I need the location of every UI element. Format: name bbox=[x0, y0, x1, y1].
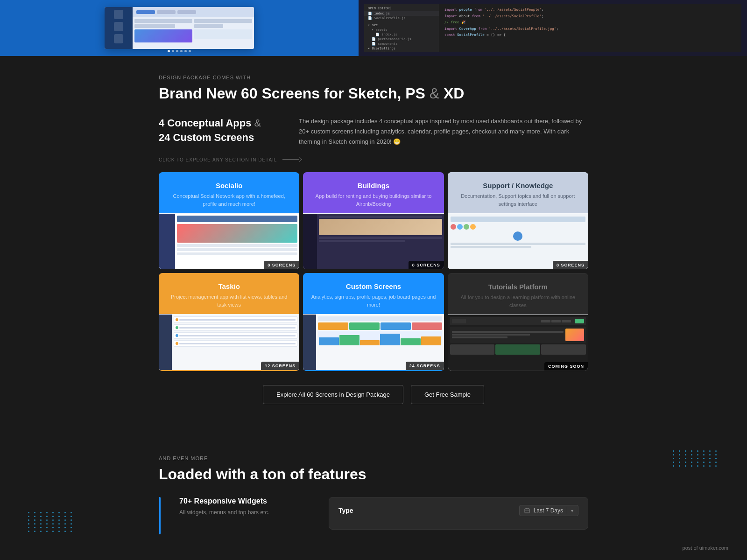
taskio-line-4 bbox=[179, 343, 296, 344]
calendar-icon bbox=[524, 508, 530, 513]
card-desc-support: Documentation, Support topics and full o… bbox=[455, 192, 581, 208]
vscode-mock: OPEN EDITORS 📄 index.js 📄 SocialProfile.… bbox=[364, 4, 741, 52]
decorative-dots-left bbox=[28, 512, 74, 532]
title-text-2: XD bbox=[444, 85, 464, 102]
cards-grid: Socialio Conceptual Social Network app w… bbox=[159, 172, 588, 371]
vscode-editor: import people from '../../assets/SocialP… bbox=[439, 4, 741, 52]
code-screenshot-right: OPEN EDITORS 📄 index.js 📄 SocialProfile.… bbox=[359, 0, 747, 56]
mockup-row-2 bbox=[134, 24, 175, 28]
card-desc-socialio: Conceptual Social Network app with a hom… bbox=[166, 192, 292, 208]
taskio-line-1 bbox=[179, 319, 296, 321]
color-box-blue bbox=[381, 322, 411, 330]
card-tutorials[interactable]: Tutorials Platform All for you to design… bbox=[448, 273, 588, 371]
buildings-sidebar bbox=[303, 214, 317, 269]
taskio-row-3 bbox=[174, 332, 297, 339]
card-support[interactable]: Support / Knowledge Documentation, Suppo… bbox=[448, 172, 588, 269]
card-screenshot-tutorials: COMING SOON bbox=[448, 315, 588, 371]
card-desc-buildings: App build for renting and buying buildin… bbox=[310, 192, 436, 208]
tutorials-hero-img bbox=[565, 329, 584, 341]
card-badge-socialio: 8 SCREENS bbox=[264, 261, 299, 269]
tutorials-header bbox=[450, 317, 586, 325]
mockup-row-1 bbox=[134, 19, 192, 23]
chart-bar-3 bbox=[360, 340, 380, 345]
card-badge-custom: 24 SCREENS bbox=[406, 362, 444, 370]
vscode-file: OPEN EDITORS bbox=[364, 6, 439, 11]
taskio-dot-3 bbox=[176, 334, 178, 337]
hero-line-2 bbox=[452, 334, 530, 336]
card-badge-taskio: 12 SCREENS bbox=[261, 362, 299, 370]
tutorials-hero-text bbox=[452, 331, 564, 339]
dropdown-label: Last 7 Days bbox=[534, 507, 563, 514]
widget-card: Type Last 7 Days ▾ bbox=[329, 497, 588, 530]
avatar-2 bbox=[457, 224, 463, 230]
card-top-tutorials: Tutorials Platform All for you to design… bbox=[448, 273, 588, 315]
apps-count-col: 4 Conceptual Apps & 24 Custom Screens bbox=[159, 116, 280, 147]
widget-header: Type Last 7 Days ▾ bbox=[338, 505, 578, 516]
card-custom[interactable]: Custom Screens Analytics, sign ups, prof… bbox=[303, 273, 444, 371]
action-buttons-row: Explore All 60 Screens in Design Package… bbox=[159, 385, 588, 404]
card-buildings[interactable]: Buildings App build for renting and buyi… bbox=[303, 172, 444, 269]
support-circle-icon bbox=[513, 231, 522, 241]
taskio-dot-1 bbox=[176, 318, 178, 321]
card-screenshot-taskio: 12 SCREENS bbox=[159, 314, 299, 370]
support-row-1 bbox=[451, 243, 585, 245]
mockup-tab-3 bbox=[177, 10, 196, 14]
avatar-3 bbox=[464, 224, 469, 230]
mockup-icon-3 bbox=[114, 34, 123, 43]
feature-widget-area: Type Last 7 Days ▾ bbox=[329, 497, 588, 530]
card-socialio[interactable]: Socialio Conceptual Social Network app w… bbox=[159, 172, 299, 269]
card-top-custom: Custom Screens Analytics, sign ups, prof… bbox=[303, 273, 444, 314]
mockup-icon-1 bbox=[114, 10, 123, 19]
avatar-1 bbox=[451, 224, 456, 230]
socialio-row-2 bbox=[177, 248, 297, 251]
title-ampersand: & bbox=[430, 85, 439, 102]
card-top-taskio: Taskio Project management app with list … bbox=[159, 273, 299, 314]
blue-accent-bar bbox=[159, 497, 161, 534]
card-title-tutorials: Tutorials Platform bbox=[456, 283, 580, 291]
buildings-card bbox=[319, 219, 442, 235]
feature-item-widgets: 70+ Responsive Widgets All widgets, menu… bbox=[179, 497, 310, 517]
tutorials-cards bbox=[450, 344, 586, 355]
free-sample-button[interactable]: Get Free Sample bbox=[411, 385, 484, 404]
design-package-section: DESIGN PACKAGE COMES WITH Brand New 60 S… bbox=[159, 56, 588, 446]
card-top-support: Support / Knowledge Documentation, Suppo… bbox=[448, 172, 588, 213]
card-desc-tutorials: All for you to design a learning platfor… bbox=[456, 294, 580, 309]
tutorials-nav-3 bbox=[562, 320, 571, 322]
page-content: DESIGN PACKAGE COMES WITH Brand New 60 S… bbox=[0, 56, 747, 548]
feature-title-widgets: 70+ Responsive Widgets bbox=[179, 497, 310, 505]
tutorials-card-3 bbox=[541, 344, 586, 355]
chart-bar-1 bbox=[319, 337, 339, 345]
card-top-socialio: Socialio Conceptual Social Network app w… bbox=[159, 172, 299, 213]
explore-all-button[interactable]: Explore All 60 Screens in Design Package bbox=[263, 385, 403, 404]
widget-title: Type bbox=[338, 507, 353, 514]
card-title-taskio: Taskio bbox=[166, 282, 292, 290]
chart-bar-5 bbox=[401, 338, 421, 345]
hint-text: CLICK TO EXPLORE ANY SECTION IN DETAIL bbox=[159, 157, 277, 162]
avatar-4 bbox=[470, 224, 476, 230]
mockup-col-1 bbox=[134, 19, 192, 47]
tutorials-cta-btn bbox=[575, 319, 584, 323]
attribution: post of uimaker.com bbox=[683, 545, 728, 551]
buildings-row-2 bbox=[319, 237, 442, 239]
tutorials-logo bbox=[452, 319, 466, 323]
hero-line-3 bbox=[452, 336, 508, 338]
tutorials-nav-2 bbox=[551, 320, 561, 322]
explore-hint-row: CLICK TO EXPLORE ANY SECTION IN DETAIL bbox=[159, 156, 588, 163]
custom-color-boxes bbox=[318, 322, 442, 330]
card-screenshot-support: 8 SCREENS bbox=[448, 213, 588, 269]
mockup-row-4 bbox=[194, 24, 223, 28]
taskio-dot-4 bbox=[176, 342, 178, 345]
widget-dropdown[interactable]: Last 7 Days ▾ bbox=[519, 505, 578, 516]
vscode-file-2: 📄 SocialProfile.js bbox=[364, 16, 439, 21]
features-section-title: Loaded with a ton of features bbox=[159, 466, 588, 483]
hero-line-1 bbox=[452, 331, 564, 333]
socialio-sidebar bbox=[159, 214, 175, 269]
tutorials-nav bbox=[541, 320, 571, 322]
mockup-row-5 bbox=[194, 29, 252, 39]
decorative-dots-right bbox=[673, 450, 719, 467]
card-taskio[interactable]: Taskio Project management app with list … bbox=[159, 273, 299, 371]
mockup-main bbox=[133, 7, 254, 49]
apps-count-title: 4 Conceptual Apps & 24 Custom Screens bbox=[159, 116, 280, 145]
features-section: AND EVEN MORE Loaded with a ton of featu… bbox=[159, 446, 588, 548]
card-screenshot-custom: 24 SCREENS bbox=[303, 314, 444, 370]
